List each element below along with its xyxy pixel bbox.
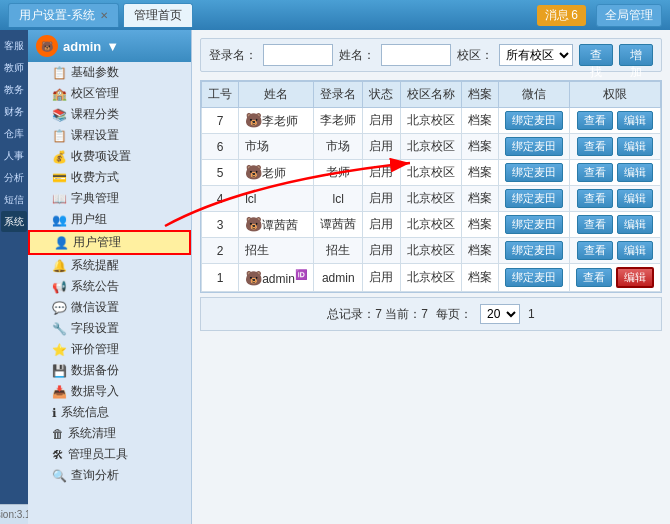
sidebar-item-hr[interactable]: 人事 <box>1 145 27 166</box>
view-button[interactable]: 查看 <box>577 189 613 208</box>
view-button[interactable]: 查看 <box>577 241 613 260</box>
sidebar-item-user-mgmt[interactable]: 👤 用户管理 <box>28 230 191 255</box>
notification-label: 消息 <box>545 7 569 24</box>
sidebar-item-dictionary[interactable]: 📖 字典管理 <box>28 188 191 209</box>
global-mgmt-button[interactable]: 全局管理 <box>596 4 662 27</box>
sidebar-item-wechat-settings[interactable]: 💬 微信设置 <box>28 297 191 318</box>
sidebar-item-evaluation-mgmt[interactable]: ⭐ 评价管理 <box>28 339 191 360</box>
cell-login: admin <box>314 264 363 292</box>
edit-button[interactable]: 编辑 <box>617 163 653 182</box>
course-category-icon: 📚 <box>52 108 67 122</box>
table-row: 1🐻admin🆔admin启用北京校区档案绑定麦田查看 编辑 <box>202 264 661 292</box>
course-settings-icon: 📋 <box>52 129 67 143</box>
cell-file: 档案 <box>461 264 498 292</box>
sidebar-item-finance[interactable]: 财务 <box>1 101 27 122</box>
field-settings-label: 字段设置 <box>71 320 119 337</box>
sidebar-item-field-settings[interactable]: 🔧 字段设置 <box>28 318 191 339</box>
table-row: 7🐻李老师李老师启用北京校区档案绑定麦田查看 编辑 <box>202 108 661 134</box>
cell-status: 启用 <box>363 186 400 212</box>
cell-id: 6 <box>202 134 239 160</box>
wechat-bind-button[interactable]: 绑定麦田 <box>505 215 563 234</box>
sidebar-item-system[interactable]: 系统 <box>1 211 27 232</box>
sidebar-item-query-analysis[interactable]: 🔍 查询分析 <box>28 465 191 486</box>
campus-select[interactable]: 所有校区 <box>499 44 573 66</box>
sidebar-admin-header[interactable]: 🐻 admin ▼ <box>28 30 191 62</box>
wechat-bind-button[interactable]: 绑定麦田 <box>505 189 563 208</box>
sidebar-item-basic-params[interactable]: 📋 基础参数 <box>28 62 191 83</box>
sidebar-item-admin-tools[interactable]: 🛠 管理员工具 <box>28 444 191 465</box>
sidebar-item-campus-mgmt[interactable]: 🏫 校区管理 <box>28 83 191 104</box>
sidebar-item-course-settings[interactable]: 📋 课程设置 <box>28 125 191 146</box>
login-name-label: 登录名： <box>209 47 257 64</box>
sidebar-item-user-group[interactable]: 👥 用户组 <box>28 209 191 230</box>
sidebar-item-data-backup[interactable]: 💾 数据备份 <box>28 360 191 381</box>
sidebar-item-sms[interactable]: 短信 <box>1 189 27 210</box>
close-icon[interactable]: ✕ <box>100 10 108 21</box>
sidebar-item-teacher[interactable]: 教师 <box>1 57 27 78</box>
wechat-bind-button[interactable]: 绑定麦田 <box>505 163 563 182</box>
cell-wechat: 绑定麦田 <box>498 160 569 186</box>
view-button[interactable]: 查看 <box>577 111 613 130</box>
notification-button[interactable]: 消息 6 <box>537 5 586 26</box>
view-button[interactable]: 查看 <box>577 163 613 182</box>
login-name-input[interactable] <box>263 44 333 66</box>
search-button[interactable]: 查找 <box>579 44 613 66</box>
sidebar-item-analysis[interactable]: 分析 <box>1 167 27 188</box>
admin-dropdown-icon[interactable]: ▼ <box>106 39 119 54</box>
admin-avatar: 🐻 <box>36 35 58 57</box>
add-button[interactable]: 增加 <box>619 44 653 66</box>
user-avatar-icon: 🐻 <box>245 270 262 286</box>
per-page-select[interactable]: 20 <box>480 304 520 324</box>
cell-name: 🐻李老师 <box>239 108 314 134</box>
sidebar-item-system-info[interactable]: ℹ 系统信息 <box>28 402 191 423</box>
sidebar-item-customer-service[interactable]: 客服 <box>1 35 27 56</box>
cell-wechat: 绑定麦田 <box>498 238 569 264</box>
cell-name: 招生 <box>239 238 314 264</box>
user-avatar-icon: 🐻 <box>245 216 262 232</box>
system-reminder-label: 系统提醒 <box>71 257 119 274</box>
current-page-label: 1 <box>528 307 535 321</box>
system-info-icon: ℹ <box>52 406 57 420</box>
payment-method-icon: 💳 <box>52 171 67 185</box>
table-row: 5🐻老师老师启用北京校区档案绑定麦田查看 编辑 <box>202 160 661 186</box>
sidebar-item-education[interactable]: 教务 <box>1 79 27 100</box>
edit-button[interactable]: 编辑 <box>617 215 653 234</box>
view-button[interactable]: 查看 <box>577 215 613 234</box>
sidebar-item-fee-items[interactable]: 💰 收费项设置 <box>28 146 191 167</box>
cell-campus: 北京校区 <box>400 212 461 238</box>
cell-campus: 北京校区 <box>400 238 461 264</box>
name-input[interactable] <box>381 44 451 66</box>
sidebar-item-system-announcement[interactable]: 📢 系统公告 <box>28 276 191 297</box>
wechat-bind-button[interactable]: 绑定麦田 <box>505 241 563 260</box>
pagination-bar: 总记录：7 当前：7 每页： 20 1 <box>200 297 662 331</box>
sidebar-item-system-reminder[interactable]: 🔔 系统提醒 <box>28 255 191 276</box>
tab-admin-home[interactable]: 管理首页 <box>123 3 193 27</box>
view-button[interactable]: 查看 <box>577 137 613 156</box>
wechat-bind-button[interactable]: 绑定麦田 <box>505 111 563 130</box>
cell-id: 1 <box>202 264 239 292</box>
table-row: 2招生招生启用北京校区档案绑定麦田查看 编辑 <box>202 238 661 264</box>
edit-button[interactable]: 编辑 <box>617 137 653 156</box>
edit-button-highlighted[interactable]: 编辑 <box>616 267 654 288</box>
cell-wechat: 绑定麦田 <box>498 186 569 212</box>
cell-status: 启用 <box>363 134 400 160</box>
table-body: 7🐻李老师李老师启用北京校区档案绑定麦田查看 编辑6市场市场启用北京校区档案绑定… <box>202 108 661 292</box>
col-campus: 校区名称 <box>400 82 461 108</box>
wechat-bind-button[interactable]: 绑定麦田 <box>505 268 563 287</box>
edit-button[interactable]: 编辑 <box>617 189 653 208</box>
per-page-label: 每页： <box>436 306 472 323</box>
edit-button[interactable]: 编辑 <box>617 241 653 260</box>
sidebar-item-data-import[interactable]: 📥 数据导入 <box>28 381 191 402</box>
sidebar-item-payment-method[interactable]: 💳 收费方式 <box>28 167 191 188</box>
view-button[interactable]: 查看 <box>576 268 612 287</box>
wechat-bind-button[interactable]: 绑定麦田 <box>505 137 563 156</box>
table-row: 3🐻谭茜茜谭茜茜启用北京校区档案绑定麦田查看 编辑 <box>202 212 661 238</box>
sidebar-item-system-cleanup[interactable]: 🗑 系统清理 <box>28 423 191 444</box>
edit-button[interactable]: 编辑 <box>617 111 653 130</box>
sidebar-item-warehouse[interactable]: 仓库 <box>1 123 27 144</box>
course-settings-label: 课程设置 <box>71 127 119 144</box>
cell-campus: 北京校区 <box>400 264 461 292</box>
tab-user-settings[interactable]: 用户设置-系统 ✕ <box>8 3 119 27</box>
data-import-label: 数据导入 <box>71 383 119 400</box>
sidebar-item-course-category[interactable]: 📚 课程分类 <box>28 104 191 125</box>
